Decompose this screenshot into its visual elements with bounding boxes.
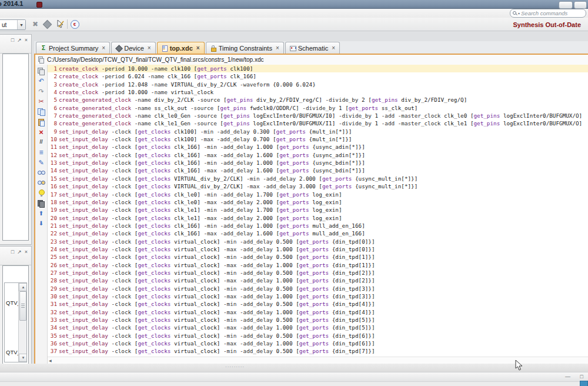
minimize-panel-icon[interactable]: □ — [11, 249, 14, 255]
code-line[interactable]: 16set_input_delay -clock [get_clocks VIR… — [48, 182, 588, 190]
code-line[interactable]: 2create_clock -period 6.024 -name clk_16… — [48, 72, 588, 80]
tab-project-summary[interactable]: ΣProject Summary× — [36, 42, 110, 54]
unmark-tool-icon[interactable]: ✖ — [31, 19, 40, 29]
delete-icon[interactable]: × — [36, 127, 46, 137]
editor-frame: C:/Users/lay/Desktop/TCW_QTV_final/TCW_Q… — [34, 54, 588, 365]
tab-schematic[interactable]: Schematic× — [285, 42, 340, 54]
close-tab-icon[interactable]: × — [148, 45, 151, 51]
pane-splitter[interactable]: ········· — [0, 364, 588, 372]
code-line[interactable]: 17set_input_delay -clock [get_clocks clk… — [48, 191, 588, 198]
dark-pages-icon[interactable] — [36, 198, 46, 208]
tab-label: Timing Constraints — [219, 45, 272, 52]
tab-device[interactable]: Device× — [111, 42, 155, 54]
close-panel-icon[interactable]: × — [25, 38, 28, 43]
redo-icon[interactable]: ↷ — [36, 86, 46, 96]
close-tab-icon[interactable]: × — [332, 45, 335, 51]
tab-top-xdc[interactable]: top.xdc× — [157, 42, 205, 54]
maximize-window-button[interactable] — [574, 1, 587, 9]
code-line[interactable]: 24set_input_delay -clock [get_clocks vir… — [48, 245, 588, 253]
code-line[interactable]: 15set_input_delay -clock [get_clocks VIR… — [48, 175, 588, 182]
tab-timing-constraints[interactable]: Timing Constraints× — [206, 42, 284, 54]
code-line[interactable]: 26set_input_delay -clock [get_clocks vir… — [48, 261, 588, 269]
synthesis-status-badge[interactable]: Synthesis Out-of-Date — [513, 21, 581, 28]
left-bottom-panel-header[interactable]: □ ↗ × — [0, 247, 31, 265]
search-commands-box[interactable]: ▾ — [510, 9, 586, 18]
insight-bulb-icon[interactable] — [36, 188, 46, 198]
layout-combo[interactable]: ut ▼ — [0, 19, 26, 30]
scroll-left-icon[interactable]: ◀ — [49, 358, 52, 362]
code-line[interactable]: 8create_generated_clock -name clk_le1_Ge… — [48, 119, 588, 127]
code-line[interactable]: 19set_input_delay -clock [get_clocks clk… — [48, 206, 588, 214]
previous-icon[interactable]: ⬆ — [36, 208, 46, 218]
minimize-window-button[interactable] — [559, 1, 573, 9]
collapsed-console-bar[interactable]: — □ — [0, 372, 588, 381]
code-editor[interactable]: 1create_clock -period 10.000 -name clk10… — [48, 65, 588, 364]
horizontal-scrollbar[interactable]: ◀ — [48, 357, 588, 364]
file-listbox[interactable]: QTV_fi QTV_fi ▲ ▼ — [4, 282, 27, 362]
code-line[interactable]: 18set_input_delay -clock [get_clocks clk… — [48, 198, 588, 206]
toolbar-separator — [67, 19, 68, 29]
undo-icon[interactable]: ↶ — [36, 76, 46, 86]
code-line[interactable]: 12set_input_delay -clock [get_clocks clk… — [48, 151, 588, 159]
code-line[interactable]: 32set_input_delay -clock [get_clocks vir… — [48, 308, 588, 316]
edit-icon[interactable]: ✎ — [36, 158, 46, 168]
vertical-scrollbar[interactable]: ▲ ▼ — [18, 283, 26, 362]
toggle-indent-icon[interactable]: ≡ — [36, 147, 46, 157]
scroll-up-icon[interactable]: ▲ — [19, 283, 27, 291]
close-tab-icon[interactable]: × — [102, 45, 105, 51]
language-template-icon[interactable]: € — [70, 19, 79, 29]
close-tab-icon[interactable]: × — [196, 45, 200, 51]
code-line[interactable]: 1create_clock -period 10.000 -name clk10… — [48, 65, 588, 72]
scroll-down-icon[interactable]: ▼ — [19, 354, 27, 362]
minimize-panel-icon[interactable]: □ — [11, 38, 14, 43]
code-line[interactable]: 33set_input_delay -clock [get_clocks vir… — [48, 316, 588, 324]
maximize-console-icon[interactable]: □ — [580, 374, 583, 380]
code-line[interactable]: 9set_input_delay -clock [get_clocks clk1… — [48, 128, 588, 135]
code-line[interactable]: 22set_input_delay -clock [get_clocks clk… — [48, 229, 588, 237]
code-line[interactable]: 13set_input_delay -clock [get_clocks clk… — [48, 159, 588, 167]
code-line[interactable]: 36set_input_delay -clock [get_clocks vir… — [48, 340, 588, 347]
code-line[interactable]: 37set_input_delay -clock [get_clocks vir… — [48, 347, 588, 355]
code-line[interactable]: 23set_input_delay -clock [get_clocks vir… — [48, 238, 588, 245]
code-line[interactable]: 11set_input_delay -clock [get_clocks clk… — [48, 143, 588, 151]
paste-icon[interactable] — [36, 117, 46, 127]
scrollbar-thumb[interactable] — [19, 291, 26, 321]
code-line[interactable]: 21set_input_delay -clock [get_clocks clk… — [48, 222, 588, 229]
code-line[interactable]: 6create_generated_clock -name ss_clk_out… — [48, 104, 588, 112]
code-line[interactable]: 14set_input_delay -clock [get_clocks clk… — [48, 167, 588, 174]
code-line[interactable]: 35set_input_delay -clock [get_clocks vir… — [48, 332, 588, 340]
find-replace-icon[interactable] — [36, 178, 46, 188]
code-line[interactable]: 27set_input_delay -clock [get_clocks vir… — [48, 269, 588, 277]
title-bar[interactable]: o 2014.1 — [0, 0, 588, 9]
close-panel-icon[interactable]: × — [25, 249, 28, 255]
code-line[interactable]: 25set_input_delay -clock [get_clocks vir… — [48, 253, 588, 261]
float-panel-icon[interactable]: ↗ — [17, 38, 22, 43]
save-documents-icon[interactable] — [36, 66, 46, 76]
copy-icon[interactable] — [36, 107, 46, 117]
close-tab-icon[interactable]: × — [276, 45, 279, 51]
cut-icon[interactable]: ✂ — [36, 96, 46, 107]
code-line[interactable]: 4create_clock -period 10.000 -name virtu… — [48, 88, 588, 96]
code-line[interactable]: 29set_input_delay -clock [get_clocks vir… — [48, 285, 588, 292]
code-line[interactable]: 5create_generated_clock -name div_by_2/C… — [48, 96, 588, 104]
toggle-comment-icon[interactable]: // — [36, 137, 46, 147]
code-line[interactable]: 20set_input_delay -clock [get_clocks clk… — [48, 214, 588, 222]
find-icon[interactable] — [36, 168, 46, 178]
code-line[interactable]: 3create_clock -period 12.048 -name VIRTU… — [48, 81, 588, 88]
code-line[interactable]: 10set_input_delay -clock [get_clocks clk… — [48, 135, 588, 143]
code-line[interactable]: 31set_input_delay -clock [get_clocks vir… — [48, 300, 588, 308]
left-top-panel-header[interactable]: □ ↗ × — [0, 35, 31, 54]
next-icon[interactable]: ⬇ — [36, 218, 46, 228]
float-panel-icon[interactable]: ↗ — [17, 249, 22, 255]
code-line[interactable]: 7create_generated_clock -name clk_le0_Ge… — [48, 112, 588, 119]
splitter-handle[interactable]: ········· — [225, 364, 245, 370]
chevron-down-icon[interactable]: ▾ — [518, 12, 520, 15]
search-input[interactable] — [521, 10, 583, 16]
code-line[interactable]: 28set_input_delay -clock [get_clocks vir… — [48, 277, 588, 284]
select-pointer-icon[interactable] — [55, 19, 65, 29]
chevron-down-icon[interactable]: ▼ — [17, 20, 25, 29]
code-line[interactable]: 34set_input_delay -clock [get_clocks vir… — [48, 324, 588, 331]
code-line[interactable]: 30set_input_delay -clock [get_clocks vir… — [48, 292, 588, 300]
minimize-console-icon[interactable]: — — [565, 374, 570, 380]
mark-tool-icon[interactable] — [42, 19, 52, 29]
